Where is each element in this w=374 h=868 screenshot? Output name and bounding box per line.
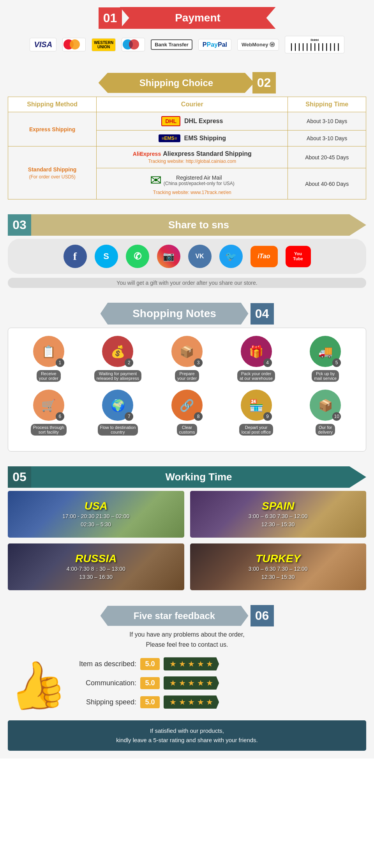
step-6-number: 6 bbox=[56, 412, 64, 421]
turkey-card: TURKEY 3:00 – 6:30 7:30 – 12:0012:30 – 1… bbox=[190, 543, 367, 590]
twitter-icon[interactable]: 🐦 bbox=[219, 245, 243, 268]
maestro-logo bbox=[122, 38, 145, 51]
sns-title: Share to sns bbox=[31, 214, 366, 236]
sns-section: 03 Share to sns f S ✆ 📷 VK 🐦 iTao YouTub… bbox=[0, 207, 374, 296]
step-4-label: Pack your orderat our warehouse bbox=[237, 370, 275, 382]
step-8-icon: 🔗 8 bbox=[171, 390, 203, 421]
step-10-number: 10 bbox=[332, 412, 341, 421]
feedback-header: Five star feedback 06 bbox=[8, 602, 366, 630]
rating-label-2: Communication: bbox=[74, 679, 136, 687]
step-2: 💰 2 Waiting for paymentreleased by alixe… bbox=[92, 336, 143, 382]
dhl-courier-row: DHL DHL Express bbox=[101, 116, 284, 126]
step-1-label: Receiveyour order bbox=[37, 370, 61, 382]
step-5-number: 5 bbox=[332, 358, 341, 367]
rating-stars-1: ★ ★ ★ ★ ★ bbox=[164, 657, 219, 670]
shopping-header: Shopping Notes 04 bbox=[8, 300, 366, 328]
feedback-subtitle: If you have any problems about the order… bbox=[8, 630, 366, 649]
whatsapp-icon[interactable]: ✆ bbox=[126, 245, 149, 268]
step-3-icon: 📦 3 bbox=[171, 336, 203, 367]
rating-score-1: 5.0 bbox=[140, 658, 160, 670]
step-4-icon: 🎁 4 bbox=[241, 336, 272, 367]
payment-title: Payment bbox=[120, 7, 276, 29]
youtube-icon[interactable]: YouTube bbox=[286, 246, 311, 267]
ali-courier-cell: AliExpress Aliexpress Standard Shipping … bbox=[97, 146, 288, 168]
table-row: Express Shipping DHL DHL Express About 3… bbox=[8, 112, 366, 131]
step-2-number: 2 bbox=[125, 358, 133, 367]
usa-bg: USA 17:00 - 20:30 21:30 – 02:0002:30 – 5… bbox=[8, 491, 184, 538]
ali-time-cell: About 20-45 Days bbox=[288, 146, 366, 168]
shipping-number: 02 bbox=[252, 72, 276, 94]
step-5: 🚚 5 Pck up bymail service bbox=[300, 336, 351, 382]
working-time-grid: USA 17:00 - 20:30 21:30 – 02:0002:30 – 5… bbox=[8, 491, 366, 590]
step-10-label: Our fordelivery bbox=[316, 424, 335, 436]
turkey-times: 3:00 – 6:30 7:30 – 12:0012:30 – 15:30 bbox=[249, 565, 308, 581]
ems-time-cell: About 3-10 Days bbox=[288, 131, 366, 146]
boletol-logo: Boletol ||||||||||||| bbox=[285, 36, 344, 53]
airmail-courier-cell: ✉ Registered Air Mail (China post/epacke… bbox=[97, 168, 288, 199]
shopping-number: 04 bbox=[251, 303, 274, 325]
steps-row-1: 📋 1 Receiveyour order 💰 2 Waiting for pa… bbox=[16, 336, 358, 382]
shopping-title: Shopping Notes bbox=[101, 303, 249, 325]
shipping-title: Shipping Choice bbox=[99, 73, 254, 93]
china-post-icon: ✉ bbox=[150, 172, 162, 189]
visa-logo: VISA bbox=[30, 38, 56, 51]
working-number: 05 bbox=[8, 466, 31, 488]
feedback-footer: If satisfied with our products, kindly l… bbox=[8, 720, 366, 751]
bank-transfer-logo: Bank Transfer bbox=[151, 39, 192, 50]
dhl-logo: DHL bbox=[161, 116, 180, 126]
itao-icon[interactable]: iTao bbox=[251, 246, 278, 267]
step-9: 🏪 9 Depart yourlocal post office bbox=[231, 390, 282, 436]
usa-times: 17:00 - 20:30 21:30 – 02:0002:30 – 5:30 bbox=[62, 512, 129, 529]
ali-name: Aliexpress Standard Shipping bbox=[163, 150, 252, 157]
ems-courier-cell: ≡EMS≡ EMS Shipping bbox=[97, 131, 288, 146]
shopping-notes-section: Shopping Notes 04 📋 1 Receiveyour order … bbox=[0, 296, 374, 459]
airmail-courier-row: ✉ Registered Air Mail (China post/epacke… bbox=[101, 172, 284, 195]
step-9-label: Depart yourlocal post office bbox=[239, 424, 273, 436]
step-7-number: 7 bbox=[125, 412, 133, 421]
step-3-number: 3 bbox=[194, 358, 203, 367]
step-4: 🎁 4 Pack your orderat our warehouse bbox=[231, 336, 282, 382]
instagram-icon[interactable]: 📷 bbox=[157, 245, 180, 268]
step-5-label: Pck up bymail service bbox=[312, 370, 339, 382]
vk-icon[interactable]: VK bbox=[188, 245, 212, 268]
russia-times: 4:00-7:30 8：30 – 13:0013:30 – 16:30 bbox=[67, 565, 125, 581]
shopping-steps-box: 📋 1 Receiveyour order 💰 2 Waiting for pa… bbox=[8, 328, 366, 452]
step-2-icon: 💰 2 bbox=[102, 336, 133, 367]
express-shipping-label: Express Shipping bbox=[29, 126, 75, 132]
mastercard-logo bbox=[62, 38, 86, 51]
sns-header: 03 Share to sns bbox=[8, 211, 366, 239]
facebook-icon[interactable]: f bbox=[64, 245, 87, 268]
feedback-subtitle-line2: Please feel free to contact us. bbox=[146, 641, 228, 648]
paypal-logo: PPayPal bbox=[198, 39, 231, 51]
spain-card: SPAIN 3:00 – 6:30 7:30 – 12:0012:30 – 15… bbox=[190, 491, 367, 538]
spain-times: 3:00 – 6:30 7:30 – 12:0012:30 – 15:30 bbox=[249, 512, 308, 529]
feedback-title: Five star feedback bbox=[101, 606, 249, 626]
step-3: 📦 3 Prepareyour order bbox=[162, 336, 212, 382]
payment-logos-container: VISA WESTERNUNION Bank Transfer PPayPal … bbox=[8, 32, 366, 57]
step-5-icon: 🚚 5 bbox=[310, 336, 341, 367]
ems-name: EMS Shipping bbox=[184, 135, 226, 142]
step-8-number: 8 bbox=[194, 412, 203, 421]
skype-icon[interactable]: S bbox=[95, 245, 118, 268]
rating-row-1: Item as described: 5.0 ★ ★ ★ ★ ★ bbox=[74, 657, 366, 670]
rating-score-3: 5.0 bbox=[140, 696, 160, 708]
rating-row-3: Shipping speed: 5.0 ★ ★ ★ ★ ★ bbox=[74, 695, 366, 709]
sns-number: 03 bbox=[8, 214, 31, 236]
airmail-time-cell: About 40-60 Days bbox=[288, 168, 366, 199]
working-header: 05 Working Time bbox=[8, 463, 366, 491]
russia-country: RUSSIA bbox=[75, 552, 116, 565]
step-1: 📋 1 Receiveyour order bbox=[23, 336, 74, 382]
step-7-label: Flow to destinationcountry bbox=[98, 424, 138, 436]
payment-number: 01 bbox=[99, 7, 122, 29]
rating-label-1: Item as described: bbox=[74, 660, 136, 668]
step-9-icon: 🏪 9 bbox=[241, 390, 272, 421]
payment-section: 01 Payment VISA WESTERNUNION Bank Transf… bbox=[0, 0, 374, 65]
airmail-note: (China post/epacket-only for USA) bbox=[164, 181, 235, 186]
step-7-icon: 🌍 7 bbox=[102, 390, 133, 421]
shipping-col-method: Shipping Method bbox=[8, 97, 97, 112]
turkey-bg: TURKEY 3:00 – 6:30 7:30 – 12:0012:30 – 1… bbox=[190, 543, 367, 590]
russia-card: RUSSIA 4:00-7:30 8：30 – 13:0013:30 – 16:… bbox=[8, 543, 184, 590]
standard-shipping-note: (For order over USD5) bbox=[29, 174, 75, 180]
ali-tracking: Tracking website: http://global.cainiao.… bbox=[101, 159, 284, 164]
sns-icons-container: f S ✆ 📷 VK 🐦 iTao YouTube bbox=[8, 239, 366, 274]
